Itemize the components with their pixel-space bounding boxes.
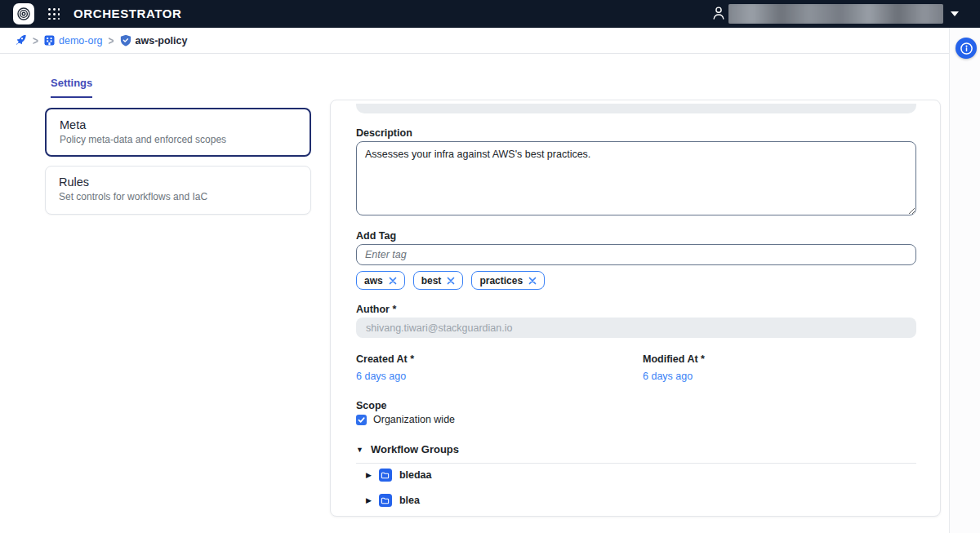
meta-card-subtitle: Policy meta-data and enforced scopes [60, 134, 296, 145]
workflow-groups-title: Workflow Groups [371, 443, 459, 455]
remove-tag-icon[interactable] [389, 277, 397, 285]
remove-tag-icon[interactable] [447, 277, 455, 285]
organization-icon [44, 35, 55, 46]
author-field [356, 318, 916, 338]
description-label: Description [356, 127, 412, 139]
modified-at-value: 6 days ago [643, 371, 693, 382]
top-navbar: ORCHESTRATOR [0, 0, 980, 28]
workflow-group-name: blea [399, 495, 420, 506]
tag-label: aws [364, 275, 383, 286]
created-at-label: Created At * [356, 353, 414, 365]
app-title: ORCHESTRATOR [74, 0, 181, 28]
description-textarea[interactable]: Assesses your infra against AWS's best p… [356, 141, 916, 215]
rules-card-subtitle: Set controls for workflows and IaC [59, 191, 297, 202]
rocket-icon[interactable] [15, 34, 27, 47]
stackguardian-logo[interactable] [13, 3, 34, 24]
info-button[interactable] [956, 38, 977, 59]
organization-wide-checkbox-row[interactable]: Organization wide [356, 414, 455, 425]
orchestrator-app: ORCHESTRATOR > demo-org > [0, 0, 980, 533]
breadcrumb-org-label: demo-org [59, 35, 103, 47]
partially-scrolled-field [356, 104, 916, 113]
breadcrumb-separator: > [109, 33, 114, 47]
tag-label: practices [479, 275, 523, 286]
modified-at-label: Modified At * [643, 353, 705, 365]
meta-form-panel: Description Assesses your infra against … [330, 100, 941, 517]
logo-icon [16, 7, 31, 21]
breadcrumb-org-link[interactable]: demo-org [44, 35, 103, 47]
breadcrumb-separator: > [33, 33, 38, 47]
scope-label: Scope [356, 400, 387, 411]
tag-pill-best[interactable]: best [413, 271, 464, 290]
workflow-groups-header[interactable]: ▼ Workflow Groups [356, 443, 916, 464]
workflow-group-item-blea[interactable]: ▶ blea [366, 494, 420, 507]
organization-wide-label: Organization wide [373, 414, 455, 425]
sidebar-item-meta[interactable]: Meta Policy meta-data and enforced scope… [45, 108, 311, 157]
remove-tag-icon[interactable] [528, 277, 537, 285]
breadcrumb: > demo-org > aws-policy [0, 28, 980, 54]
right-rail [949, 28, 980, 533]
tag-pill-aws[interactable]: aws [356, 271, 405, 290]
tag-input[interactable] [356, 244, 916, 265]
breadcrumb-policy-current: aws-policy [120, 34, 188, 47]
rules-card-title: Rules [59, 175, 297, 189]
tag-label: best [421, 275, 442, 286]
author-label: Author * [356, 304, 396, 315]
checkbox-checked-icon[interactable] [356, 415, 367, 425]
app-launcher-icon[interactable] [48, 8, 60, 20]
meta-card-title: Meta [60, 118, 296, 131]
tab-settings[interactable]: Settings [51, 72, 92, 98]
expand-triangle-icon[interactable]: ▶ [366, 496, 372, 504]
account-menu-button[interactable] [728, 4, 943, 24]
tag-pill-practices[interactable]: practices [471, 271, 545, 290]
workflow-group-folder-icon [379, 469, 392, 482]
user-icon [712, 6, 725, 20]
policy-shield-icon [120, 34, 131, 47]
add-tag-label: Add Tag [356, 230, 396, 242]
expand-triangle-icon[interactable]: ▶ [366, 471, 372, 479]
sidebar-item-rules[interactable]: Rules Set controls for workflows and IaC [45, 166, 311, 215]
tags-row: aws best practices [356, 271, 545, 290]
breadcrumb-policy-label: aws-policy [136, 35, 188, 47]
created-at-value: 6 days ago [356, 371, 406, 382]
chevron-down-icon[interactable] [951, 11, 959, 16]
info-icon [960, 42, 973, 56]
workflow-group-name: bledaa [399, 469, 432, 481]
workflow-group-item-bledaa[interactable]: ▶ bledaa [366, 469, 432, 482]
workflow-group-folder-icon [379, 494, 392, 507]
collapse-triangle-icon[interactable]: ▼ [356, 446, 363, 454]
